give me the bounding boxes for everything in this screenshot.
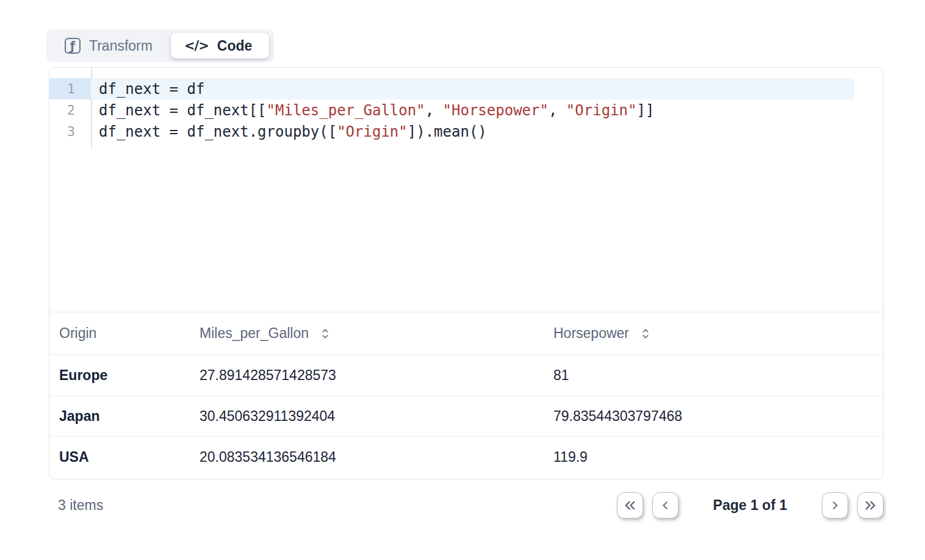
- code-line-text: df_next = df_next.groupby(["Origin"]).me…: [91, 121, 854, 142]
- table-footer: 3 items Page 1 of 1: [49, 479, 884, 531]
- code-token: ,: [549, 102, 566, 119]
- function-icon: ƒ: [65, 38, 81, 54]
- chevron-left-icon: [659, 499, 672, 512]
- code-token: df_next = df: [99, 81, 204, 98]
- prev-page-button[interactable]: [652, 492, 678, 519]
- row-label-cell: Japan: [59, 408, 200, 425]
- code-line[interactable]: 2df_next = df_next[["Miles_per_Gallon", …: [49, 99, 883, 121]
- first-page-button[interactable]: [617, 492, 643, 519]
- chevron-right-icon: [829, 499, 841, 512]
- transform-card: 1df_next = df2df_next = df_next[["Miles_…: [49, 67, 884, 479]
- next-page-button[interactable]: [822, 492, 848, 519]
- tab-code[interactable]: </> Code: [171, 33, 269, 59]
- code-token: ]).mean(): [408, 123, 487, 140]
- tab-transform-label: Transform: [89, 38, 153, 54]
- code-line[interactable]: 3df_next = df_next.groupby(["Origin"]).m…: [49, 121, 883, 142]
- sort-icon[interactable]: [640, 328, 651, 340]
- value-cell: 79.83544303797468: [553, 408, 873, 425]
- line-number: 3: [49, 121, 91, 142]
- string-token: "Origin": [337, 123, 408, 140]
- tab-code-label: Code: [217, 38, 253, 54]
- code-lines: 1df_next = df2df_next = df_next[["Miles_…: [49, 78, 883, 142]
- code-brackets-icon: </>: [184, 38, 209, 53]
- value-cell: 20.083534136546184: [200, 449, 553, 465]
- table-row: USA20.083534136546184119.9: [49, 437, 883, 478]
- column-header-label: Horsepower: [553, 325, 629, 342]
- table-row: Japan30.45063291139240479.83544303797468: [49, 396, 883, 437]
- items-count: 3 items: [49, 497, 103, 514]
- table-header-row: OriginMiles_per_GallonHorsepower: [49, 312, 883, 355]
- code-line[interactable]: 1df_next = df: [49, 78, 883, 99]
- code-line-text: df_next = df_next[["Miles_per_Gallon", "…: [91, 99, 854, 121]
- line-number: 1: [49, 78, 91, 99]
- code-token: ,: [425, 102, 443, 119]
- code-token: ]]: [636, 102, 654, 119]
- value-cell: 119.9: [553, 449, 873, 465]
- line-number: 2: [49, 99, 91, 121]
- string-token: "Origin": [566, 102, 637, 119]
- chevrons-left-icon: [623, 498, 637, 512]
- code-editor[interactable]: 1df_next = df2df_next = df_next[["Miles_…: [49, 68, 883, 312]
- chevrons-right-icon: [863, 498, 877, 512]
- value-cell: 81: [553, 367, 873, 384]
- page-indicator: Page 1 of 1: [713, 497, 787, 514]
- column-header-label: Miles_per_Gallon: [200, 325, 309, 342]
- row-label-cell: Europe: [59, 367, 200, 384]
- code-line-text: df_next = df: [91, 78, 854, 99]
- pagination: Page 1 of 1: [617, 492, 884, 519]
- string-token: "Miles_per_Gallon": [267, 102, 425, 119]
- row-label-cell: USA: [59, 449, 200, 465]
- view-mode-tabbar: ƒ Transform </> Code: [46, 29, 274, 62]
- value-cell: 30.450632911392404: [200, 408, 553, 425]
- column-header-origin: Origin: [59, 325, 200, 342]
- tab-transform[interactable]: ƒ Transform: [50, 33, 171, 59]
- code-token: df_next = df_next.groupby([: [99, 123, 337, 140]
- column-header-miles_per_gallon[interactable]: Miles_per_Gallon: [200, 325, 553, 342]
- column-header-horsepower[interactable]: Horsepower: [553, 325, 873, 342]
- sort-icon[interactable]: [320, 328, 331, 340]
- value-cell: 27.891428571428573: [200, 367, 553, 384]
- column-header-label: Origin: [59, 325, 96, 342]
- last-page-button[interactable]: [857, 492, 884, 519]
- code-token: df_next = df_next[[: [99, 102, 267, 119]
- table-row: Europe27.89142857142857381: [49, 355, 883, 396]
- string-token: "Horsepower": [443, 102, 549, 119]
